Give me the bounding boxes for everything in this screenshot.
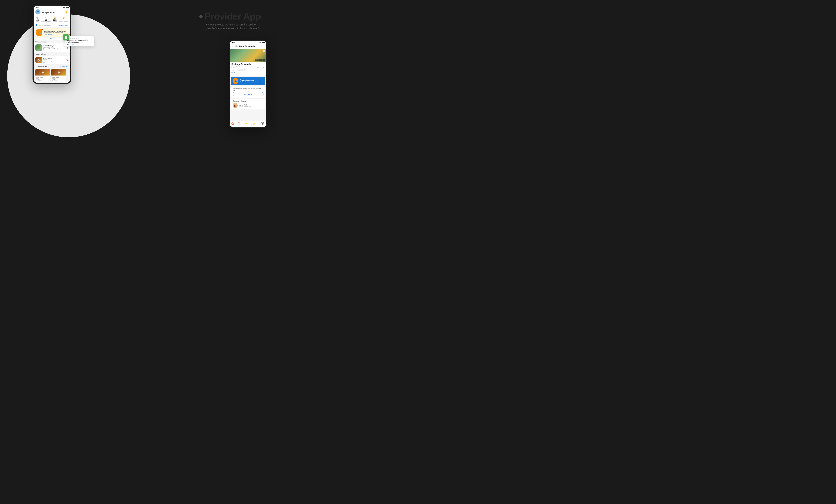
avail-date-1: 15 May 2021 <box>36 80 49 81</box>
p2-chats: 5 chats <box>231 67 236 69</box>
notif-title: Congratulations! Project name... <box>44 30 68 32</box>
floating-proposal-card: 📋 1 Proposal Required Customer has reque… <box>65 36 94 46</box>
floating-header: Proposal Required <box>66 38 93 39</box>
stat-earned-label: Earned <box>53 21 57 22</box>
avail-info-1: Roof repair Roofing 5 chats 15 May 2021 <box>35 76 50 82</box>
signal-bar-2-1 <box>259 43 259 43</box>
nav-my-projects[interactable]: 📁 My Projects <box>251 122 257 127</box>
available-item-2[interactable]: 🏠 Roof repair Roofing 5 chats 15 May 202… <box>51 69 66 82</box>
signal-bar-3 <box>63 7 64 8</box>
p2-nav-header: ← Backyard Restoration <box>230 44 266 49</box>
notif-desc: You have been hired by the customer <box>44 32 68 33</box>
roof-image: 🏠 <box>35 57 42 63</box>
available-count[interactable]: 67 Available → <box>60 66 69 67</box>
floating-view-project-link[interactable]: View Project → <box>66 44 93 45</box>
nav-home-label: Home <box>231 125 234 127</box>
provider-app-title: ◆ Provider App <box>199 11 264 22</box>
customer-info: Merry Pink Akiachak, Alaska - 99441 <box>239 104 252 107</box>
stats-row: 🛡️ $160 Saved 🔗 19 Project Interactions … <box>34 16 70 23</box>
p2-id-value: er34a234 <box>238 70 244 71</box>
projects-arrow[interactable]: → <box>67 53 69 55</box>
signal-bars <box>62 7 64 8</box>
project-bookmark-icon[interactable]: 🔖 <box>66 59 69 61</box>
activity-item-clean-backyard[interactable]: 🌿 Clean backyard Landscape & garden 5 ch… <box>34 43 70 52</box>
user-name: George Cooper <box>42 12 55 14</box>
nav-activities[interactable]: ⚡ Activities <box>244 122 248 127</box>
customer-avatar: 👩 <box>233 103 238 108</box>
wifi-icon-2: ▾ <box>261 42 261 43</box>
bottom-nav: 🏠 Home 📋 Projects ⚡ Activities 📁 My Proj… <box>230 121 266 127</box>
stat-saved: 🛡️ $160 Saved <box>35 17 39 22</box>
available-title: Available Projects <box>35 65 49 67</box>
avatar: 👤 <box>35 9 40 15</box>
avail-title-2: Roof repair <box>52 76 65 78</box>
status-time-2: 9:41 <box>232 42 235 43</box>
avail-roof-2: 🏠 <box>51 69 66 76</box>
commission-title: Please pay the commission amount to Easy… <box>233 88 264 91</box>
nav-home[interactable]: 🏠 Home <box>231 122 234 127</box>
activities-nav-icon: ⚡ <box>245 122 248 125</box>
projects-title: Your Projects <box>35 53 46 55</box>
customer-row: 👩 Merry Pink Akiachak, Alaska - 99441 <box>233 103 264 108</box>
notif-dot <box>67 11 68 12</box>
project-image: 🤍 5 Photos | 1 Video <box>230 49 266 62</box>
stat-interactions: 🔗 19 Project Interactions <box>41 17 51 22</box>
available-projects-section: Available Projects 67 Available → 🏠 🔖 Ro… <box>34 64 70 83</box>
notif-thumb: 🔧 1 <box>36 30 42 36</box>
project-info: Roof repair Roofing 5 chats 15 May 2021 … <box>43 57 65 63</box>
stat-interactions-value: 19 <box>41 19 51 21</box>
phone2: 9:41 ▾ ← Backyard Restoration 🤍 5 <box>229 40 267 128</box>
heart-icon[interactable]: 🤍 <box>263 50 265 52</box>
customer-details-card: Customer Details 👩 Merry Pink Akiachak, … <box>231 99 265 110</box>
project-item-roof-repair[interactable]: 🏠 Roof repair Roofing 5 chats 15 May 202… <box>34 56 70 64</box>
provider-app-subtitle: Various projects are listed out on the s… <box>206 23 264 30</box>
stat-earned: 💰 $590 Earned <box>53 17 57 22</box>
back-button[interactable]: ← <box>231 45 234 48</box>
pay-now-button[interactable]: Pay Now! <box>233 92 264 96</box>
project-status: Hired <box>43 62 65 63</box>
status-icons-2: ▾ <box>259 42 264 43</box>
welcome-label: Welcome <box>42 10 55 12</box>
dot-3 <box>54 38 54 39</box>
floating-title: Customer has requested for project propo… <box>66 39 93 43</box>
garden-image: 🌿 <box>35 44 42 51</box>
nav-projects-label: Projects <box>237 125 241 127</box>
battery-icon-2 <box>262 42 264 43</box>
stat-earned-value: $590 <box>53 19 57 21</box>
projects-section-header: Your Projects → <box>34 52 70 56</box>
projects-nav-icon: 📋 <box>238 122 241 125</box>
nav-activities-label: Activities <box>244 125 248 127</box>
p2-id-label: Project ID: <box>231 70 238 71</box>
copy-id-icon[interactable]: ⎘ <box>244 69 245 71</box>
stat-saved-label: Saved <box>35 21 39 22</box>
activity-date: 15 May 2021 <box>53 48 59 49</box>
stat-interactions-label: Project Interactions <box>41 21 51 22</box>
activity-bookmark-icon[interactable]: 🔖 <box>66 47 69 49</box>
avail-bookmark-1[interactable]: 🔖 <box>48 70 50 71</box>
battery-icon <box>65 7 68 8</box>
messages-nav-icon: 💬 <box>261 122 264 125</box>
user-text: Welcome George Cooper <box>42 10 55 14</box>
nav-messages-label: Messages <box>260 125 265 127</box>
link-icon: 🔗 <box>41 17 51 19</box>
status-time-1: 9:41 <box>36 7 39 8</box>
activity-category: Landscape & garden <box>43 47 65 48</box>
wifi-icon: ▾ <box>64 7 65 8</box>
project-detail-card: Backyard Restoration Landscape & garden … <box>230 62 266 76</box>
phone2-screen: 9:41 ▾ ← Backyard Restoration 🤍 5 <box>230 41 266 127</box>
activity-status: In Conversation <box>43 49 65 51</box>
congratulations-popup: 🎉 Congratulations! You have been hired b… <box>231 77 265 85</box>
complete-profile-link[interactable]: Complete Profile <box>58 24 69 26</box>
notification-bell[interactable]: 🔔 <box>64 10 69 14</box>
customer-section-title: Customer Details <box>233 100 264 102</box>
stat-completed-value: 4 <box>59 19 68 21</box>
activity-info: Clean backyard Landscape & garden 5 chat… <box>43 45 65 51</box>
available-item-1[interactable]: 🏠 🔖 Roof repair Roofing 5 chats 15 May 2… <box>35 69 50 82</box>
nav-projects[interactable]: 📋 Projects <box>237 122 241 127</box>
signal-bars-2 <box>259 42 260 43</box>
signal-bar-2 <box>63 7 63 8</box>
customer-location: Akiachak, Alaska - 99441 <box>239 106 252 107</box>
nav-messages[interactable]: 💬 Messages <box>260 122 265 127</box>
available-items-list: 🏠 🔖 Roof repair Roofing 5 chats 15 May 2… <box>34 68 70 83</box>
signal-bar-2-2 <box>259 42 259 43</box>
